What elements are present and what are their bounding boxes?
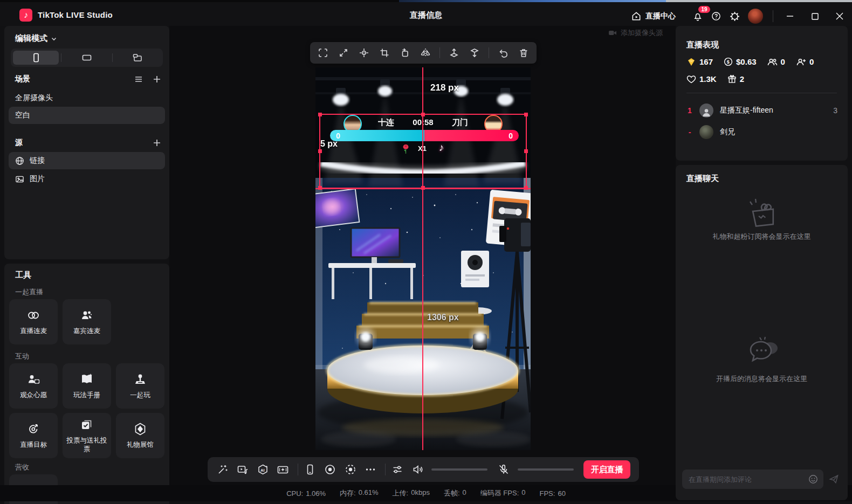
mic-muted-icon[interactable] — [497, 462, 510, 477]
record-icon[interactable] — [324, 462, 336, 477]
scenes-title: 场景 — [15, 74, 30, 84]
scene-list-icon[interactable] — [130, 71, 147, 87]
user-avatar[interactable] — [748, 9, 763, 24]
new-followers-stat: 0 — [796, 57, 814, 66]
tool-card-play-together[interactable]: 一起玩 — [116, 363, 164, 409]
undo-icon[interactable] — [497, 46, 510, 59]
toolbar-divider — [489, 47, 489, 58]
source-item-image[interactable]: 图片 — [9, 170, 165, 188]
mic-volume-slider[interactable] — [518, 468, 574, 471]
landscape-layout-icon — [81, 52, 92, 63]
crop-icon[interactable] — [378, 46, 391, 59]
selection-handle[interactable] — [318, 149, 322, 153]
selection-handle[interactable] — [318, 113, 322, 116]
layout-portrait-button[interactable] — [13, 51, 59, 65]
rotate-icon[interactable] — [398, 46, 411, 59]
media-music-icon[interactable] — [236, 462, 249, 477]
source-item-link[interactable]: 链接 — [9, 152, 165, 169]
status-fps: FPS:60 — [540, 489, 566, 498]
video-enhance-icon[interactable] — [277, 462, 290, 477]
image-icon — [15, 175, 24, 184]
phone-icon[interactable] — [304, 462, 317, 477]
add-source-icon[interactable] — [149, 135, 165, 151]
status-cpu: CPU:1.06% — [286, 489, 326, 498]
fit-expand-icon[interactable] — [337, 46, 350, 59]
add-scene-icon[interactable] — [149, 71, 165, 87]
tool-card-guest-colink[interactable]: 嘉宾连麦 — [63, 299, 111, 344]
audio-mixer-icon[interactable] — [391, 462, 404, 477]
ranking-value: 3 — [833, 106, 837, 115]
performance-stats-row1: 167 $$0.63 0 0 — [686, 57, 814, 66]
earnings-stat: $$0.63 — [724, 57, 757, 66]
maximize-button[interactable] — [802, 4, 827, 28]
selection-handle[interactable] — [524, 113, 528, 116]
selection-box[interactable] — [319, 114, 527, 189]
rank-number: - — [686, 128, 693, 136]
svg-text:$: $ — [727, 59, 730, 65]
performance-panel: 直播表现 167 $$0.63 0 0 1.3K 2 1 星播互娱-fiftee… — [676, 26, 848, 161]
tool-card-playbook[interactable]: 玩法手册 — [63, 363, 111, 409]
center-icon[interactable] — [358, 46, 370, 59]
delete-icon[interactable] — [517, 46, 530, 59]
status-memory: 内存:0.61% — [340, 488, 379, 498]
titlebar: ♪ TikTok LIVE Studio 直播信息 直播中心 19 — [0, 2, 852, 26]
preview-canvas[interactable]: 十连 00:58 刀门 0 0 X1 ♪ 218 — [315, 67, 531, 450]
notifications-button[interactable]: 19 — [689, 7, 707, 25]
settings-button[interactable] — [725, 7, 744, 25]
chevron-down-icon — [51, 36, 57, 42]
dimension-label-left: 5 px — [320, 139, 338, 149]
ai-effects-icon[interactable]: AI — [257, 462, 270, 477]
selection-handle[interactable] — [421, 186, 425, 190]
volume-slider[interactable] — [431, 468, 488, 471]
dollar-icon: $ — [724, 57, 733, 66]
tool-card-gift-gallery[interactable]: 礼物展馆 — [116, 413, 164, 458]
flip-horizontal-icon[interactable] — [419, 46, 432, 59]
portrait-layout-icon — [31, 52, 42, 63]
dimension-label-bottom: 1306 px — [427, 313, 459, 322]
chat-empty-icon — [745, 336, 780, 368]
ranking-name: 星播互娱-fifteen — [720, 106, 827, 115]
app-window: ♪ TikTok LIVE Studio 直播信息 直播中心 19 — [0, 0, 852, 504]
more-icon[interactable] — [364, 462, 377, 477]
send-backward-icon[interactable] — [468, 46, 481, 59]
sources-title: 源 — [15, 138, 23, 148]
help-button[interactable] — [707, 7, 725, 25]
selection-handle[interactable] — [524, 149, 528, 153]
comment-input[interactable] — [682, 470, 823, 489]
start-live-button[interactable]: 开启直播 — [583, 460, 630, 479]
tool-card-live-colink[interactable]: 直播连麦 — [9, 299, 58, 344]
send-comment-icon[interactable] — [829, 474, 839, 484]
goal-icon — [26, 422, 40, 436]
emoji-icon[interactable] — [808, 474, 818, 484]
select-icon[interactable] — [317, 46, 329, 59]
gift-empty-icon — [743, 196, 781, 231]
chat-title: 直播聊天 — [686, 174, 719, 184]
edit-mode-dropdown[interactable]: 编辑模式 — [15, 33, 57, 44]
scene-item-fullscreen-camera[interactable]: 全屏摄像头 — [9, 89, 165, 107]
speaker-icon[interactable] — [411, 462, 424, 477]
add-camera-source[interactable]: 添加摄像头源 — [608, 28, 663, 38]
effects-wand-icon[interactable] — [216, 462, 229, 477]
restart-record-icon[interactable] — [344, 462, 357, 477]
selection-handle[interactable] — [524, 186, 528, 190]
close-button[interactable] — [827, 4, 852, 28]
ranking-row-1[interactable]: 1 星播互娱-fifteen 3 — [686, 101, 837, 120]
tool-card-live-goal[interactable]: 直播目标 — [9, 413, 58, 458]
minimize-button[interactable] — [778, 4, 802, 28]
bring-forward-icon[interactable] — [448, 46, 461, 59]
status-upload: 上传:0kbps — [393, 488, 430, 498]
viewers-icon — [767, 58, 778, 66]
share-icon[interactable] — [435, 10, 446, 22]
layout-custom-button[interactable] — [115, 51, 161, 65]
rank-number: 1 — [686, 106, 693, 115]
tool-card-polls[interactable]: 投票与送礼投票 — [63, 413, 111, 458]
layout-landscape-button[interactable] — [64, 51, 109, 65]
scene-item-blank[interactable]: 空白 — [9, 107, 165, 124]
likes-stat: 1.3K — [686, 74, 717, 84]
svg-text:AI: AI — [260, 467, 265, 472]
selection-handle[interactable] — [318, 186, 322, 190]
tool-card-audience-wish[interactable]: 观众心愿 — [9, 363, 58, 409]
live-center-button[interactable]: 直播中心 — [631, 11, 676, 22]
ranking-row-2[interactable]: - 剑兄 — [686, 123, 837, 141]
selection-handle[interactable] — [421, 113, 425, 116]
